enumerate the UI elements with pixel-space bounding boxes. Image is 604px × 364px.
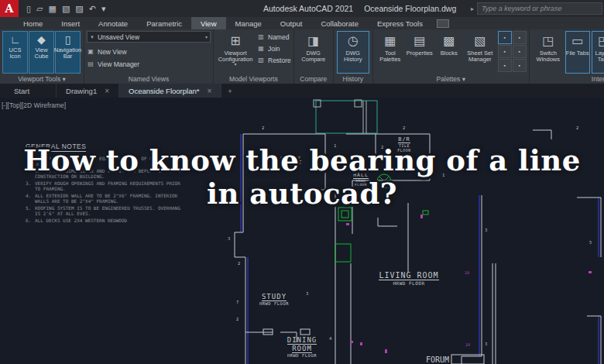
- properties-icon: ▤: [414, 32, 425, 50]
- dimension-text: 2: [403, 125, 405, 130]
- dimension-text-magenta: 10: [465, 270, 469, 275]
- new-view-icon: ▣: [87, 48, 94, 55]
- restore-viewport-label: Restore: [268, 57, 291, 64]
- palette-mini-icon[interactable]: ▪: [513, 45, 527, 58]
- overlay-title: How to know the bearing of a line in aut…: [0, 144, 604, 211]
- file-tab-label: Start: [14, 87, 29, 95]
- app-title: Autodesk AutoCAD 2021: [263, 4, 353, 13]
- restore-viewport-button[interactable]: ▧ Restore: [257, 54, 291, 66]
- palette-mini-icon[interactable]: ▪: [498, 59, 512, 72]
- view-state-dropdown[interactable]: ▼ Unsaved View ▾: [87, 31, 211, 43]
- join-viewport-icon: ▦: [257, 45, 265, 52]
- tab-annotate[interactable]: Annotate: [89, 17, 137, 29]
- panel-label-compare: Compare: [294, 75, 333, 83]
- switch-windows-icon: ◳: [542, 32, 554, 50]
- dimension-text-magenta: 10: [465, 342, 470, 347]
- file-tabs-button[interactable]: ▭ File Tabs: [565, 31, 590, 74]
- autocad-window: A ▯ ▱ ▦ ▧ ▨ ↶ ↷ ▾ Autodesk AutoCAD 2021 …: [0, 0, 604, 364]
- view-manager-label: View Manager: [98, 60, 139, 68]
- named-viewport-icon: ▥: [257, 33, 265, 40]
- layout-tabs-button[interactable]: ◰ Layout Tabs: [592, 31, 604, 74]
- tool-palettes-button[interactable]: ▦ Tool Palettes: [376, 31, 404, 74]
- file-tab-oceanside-floorplan[interactable]: Oceanside Floorplan* ×: [119, 84, 221, 98]
- dwg-compare-label: DWG Compare: [298, 50, 329, 63]
- dwg-compare-icon: ◨: [307, 32, 319, 50]
- navigation-bar-button[interactable]: ▯ Navigation Bar: [55, 31, 81, 74]
- plot-icon[interactable]: ▨: [75, 0, 83, 17]
- named-viewport-button[interactable]: ▥ Named: [257, 31, 291, 43]
- room-label-study: STUDY HRWD FLOOR: [249, 293, 299, 306]
- palette-mini-icon[interactable]: ▪: [513, 59, 527, 72]
- view-cube-button[interactable]: ◆ View Cube: [29, 31, 54, 74]
- view-filter-icon: ▼: [90, 35, 94, 39]
- view-manager-button[interactable]: ▤ View Manager: [87, 58, 211, 70]
- sheet-set-manager-icon: ▧: [474, 32, 486, 50]
- tab-insert[interactable]: Insert: [52, 17, 89, 29]
- document-title: Oceanside Floorplan.dwg: [364, 4, 456, 13]
- join-viewport-button[interactable]: ▦ Join: [257, 43, 291, 54]
- view-manager-icon: ▤: [87, 60, 94, 67]
- new-drawing-tab-button[interactable]: +: [221, 84, 239, 98]
- panel-compare: ◨ DWG Compare Compare: [294, 29, 334, 84]
- panel-label-interface: Interface: [530, 75, 604, 83]
- properties-label: Properties: [407, 50, 433, 57]
- tab-collaborate[interactable]: Collaborate: [311, 17, 368, 29]
- dimension-text: 2: [576, 125, 578, 130]
- file-tab-drawing1[interactable]: Drawing1 ×: [57, 84, 119, 98]
- viewport-controls[interactable]: [-][Top][2D Wireframe]: [2, 101, 66, 109]
- palette-mini-icon[interactable]: ▪: [498, 45, 512, 58]
- redo-icon[interactable]: ↷: [26, 0, 29, 17]
- room-label-dining-room: DINING ROOM HRWD FLOOR: [277, 336, 327, 358]
- layout-tabs-label: Layout Tabs: [592, 50, 604, 63]
- dimension-text: 3: [306, 291, 308, 296]
- sheet-set-manager-button[interactable]: ▧ Sheet Set Manager: [465, 31, 496, 74]
- save-icon[interactable]: ▦: [49, 0, 57, 17]
- switch-windows-label: Switch Windows: [534, 50, 563, 63]
- new-view-button[interactable]: ▣ New View: [87, 46, 211, 57]
- tab-parametric[interactable]: Parametric: [137, 17, 191, 29]
- switch-windows-button[interactable]: ◳ Switch Windows: [533, 31, 564, 74]
- dimension-text: 2: [262, 125, 264, 130]
- help-search: ▸: [471, 2, 602, 15]
- close-icon[interactable]: ×: [105, 87, 109, 95]
- dwg-history-label: DWG History: [338, 50, 369, 63]
- autocad-logo-icon[interactable]: A: [0, 0, 19, 17]
- panel-label-named-views: Named Views: [84, 75, 213, 83]
- customize-qat-icon[interactable]: ▾: [101, 0, 106, 17]
- save-as-icon[interactable]: ▧: [62, 0, 70, 17]
- search-expand-icon[interactable]: ▸: [471, 5, 474, 12]
- file-tabs-label: File Tabs: [566, 50, 589, 57]
- cube-icon: ◆: [37, 32, 46, 47]
- close-icon[interactable]: ×: [207, 87, 211, 95]
- undo-icon[interactable]: ↶: [89, 0, 96, 17]
- search-input[interactable]: [477, 2, 602, 15]
- tab-manage[interactable]: Manage: [226, 17, 271, 29]
- overlay-title-line2: in autocad?: [0, 177, 604, 211]
- viewport-configuration-button[interactable]: ⊞ Viewport Configuration ▾: [217, 31, 254, 74]
- tab-view[interactable]: View: [191, 17, 225, 29]
- tab-output[interactable]: Output: [271, 17, 312, 29]
- palette-mini-icon[interactable]: ▪: [513, 31, 527, 44]
- dwg-compare-button[interactable]: ◨ DWG Compare: [297, 31, 330, 74]
- ribbon-options-icon[interactable]: [437, 19, 449, 28]
- dwg-history-button[interactable]: ◷ DWG History: [337, 31, 369, 74]
- palette-mini-buttons: ▪ ▪ ▪ ▪ ▪ ▪: [498, 31, 527, 74]
- tab-home[interactable]: Home: [14, 17, 52, 29]
- room-label-living-room: LIVING ROOM HRWD FLOOR: [376, 271, 441, 286]
- open-file-icon[interactable]: ▱: [36, 0, 43, 17]
- properties-button[interactable]: ▤ Properties: [406, 31, 434, 74]
- ucs-icon-button[interactable]: ∟ UCS Icon: [2, 31, 28, 74]
- panel-label-viewport-tools[interactable]: Viewport Tools ▾: [0, 75, 84, 83]
- tab-express-tools[interactable]: Express Tools: [368, 17, 432, 29]
- panel-history: ◷ DWG History History: [334, 29, 373, 84]
- drawing-canvas[interactable]: [-][Top][2D Wireframe] GENERAL NOTES 1.F…: [0, 98, 604, 364]
- blocks-button[interactable]: ▩ Blocks: [435, 31, 463, 74]
- dimension-text: 3: [485, 228, 487, 232]
- file-tab-start[interactable]: Start: [0, 84, 57, 98]
- palette-mini-icon[interactable]: ▪: [498, 31, 512, 44]
- dimension-text: 3: [228, 236, 230, 241]
- panel-label-palettes[interactable]: Palettes ▾: [373, 75, 529, 83]
- dimension-text: 3: [485, 342, 487, 346]
- file-tabs-icon: ▭: [571, 32, 583, 50]
- bay-window: [314, 100, 377, 133]
